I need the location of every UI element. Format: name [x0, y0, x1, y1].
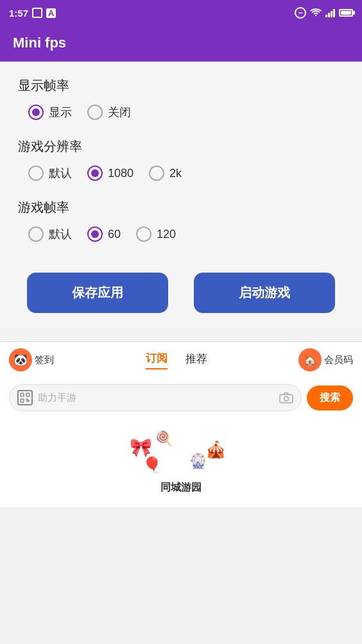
radio-show[interactable]: 显示: [28, 105, 72, 120]
radio-fps-60-inner: [91, 230, 99, 238]
svg-rect-1: [26, 393, 30, 396]
svg-rect-3: [280, 394, 293, 403]
status-bar: 1:57 A: [0, 0, 362, 26]
radio-res-default-outer: [28, 165, 44, 181]
bottom-tabs: 订阅 推荐: [54, 351, 298, 369]
radio-show-outer: [28, 105, 44, 120]
radio-res-1080-label: 1080: [108, 167, 134, 180]
svg-rect-2: [21, 399, 24, 402]
bottom-promo: 🎀 🍭 🎪 🎈 🎡 同城游园: [0, 418, 362, 507]
search-placeholder: 助力手游: [38, 392, 274, 404]
radio-resolution-2k[interactable]: 2k: [149, 165, 182, 181]
radio-fps-default-outer: [28, 226, 44, 242]
member-icon: 🏠: [298, 348, 322, 371]
scan-icon[interactable]: [17, 390, 33, 405]
radio-fps-60[interactable]: 60: [87, 226, 121, 242]
radio-res-2k-label: 2k: [169, 167, 182, 180]
game-resolution-label: 游戏分辨率: [18, 138, 344, 155]
radio-fps-120-label: 120: [157, 228, 176, 241]
game-fps-label: 游戏帧率: [18, 199, 344, 216]
signal-icon: [325, 8, 335, 17]
wifi-icon: [310, 8, 322, 17]
camera-icon[interactable]: [279, 392, 293, 403]
tab-subscribe[interactable]: 订阅: [146, 351, 168, 369]
status-right: [295, 7, 353, 19]
section-display-fps: 显示帧率 显示 关闭: [18, 77, 344, 120]
bottom-bar: 🐼 签到 订阅 推荐 🏠 会员码: [0, 341, 362, 378]
radio-res-2k-outer: [149, 165, 164, 181]
radio-res-1080-inner: [91, 169, 99, 177]
checkin-label: 签到: [35, 354, 54, 366]
radio-close[interactable]: 关闭: [87, 105, 131, 120]
accessibility-icon: A: [46, 8, 56, 18]
display-fps-label: 显示帧率: [18, 77, 344, 94]
section-game-resolution: 游戏分辨率 默认 1080 2k: [18, 138, 344, 181]
radio-show-inner: [32, 108, 40, 116]
checkin-area[interactable]: 🐼 签到: [9, 348, 54, 371]
radio-close-label: 关闭: [108, 105, 131, 120]
member-label: 会员码: [324, 354, 353, 366]
search-button[interactable]: 搜索: [307, 386, 353, 411]
radio-fps-default[interactable]: 默认: [28, 226, 72, 242]
radio-res-default-label: 默认: [49, 165, 72, 181]
buttons-row: 保存应用 启动游戏: [18, 260, 344, 313]
checkin-icon: 🐼: [9, 348, 32, 371]
search-input-wrap: 助力手游: [9, 384, 302, 411]
display-fps-radio-group: 显示 关闭: [18, 105, 344, 120]
game-resolution-radio-group: 默认 1080 2k: [18, 165, 344, 181]
radio-fps-60-label: 60: [108, 228, 121, 241]
radio-res-1080-outer: [87, 165, 103, 181]
status-time: 1:57: [9, 8, 28, 19]
app-title: Mini fps: [13, 35, 66, 51]
do-not-disturb-icon: [295, 7, 306, 19]
radio-fps-120-outer: [136, 226, 151, 242]
member-area[interactable]: 🏠 会员码: [298, 348, 353, 371]
notification-icon: [32, 8, 42, 18]
save-button[interactable]: 保存应用: [27, 273, 168, 313]
promo-text: 同城游园: [160, 481, 202, 495]
start-button[interactable]: 启动游戏: [194, 273, 335, 313]
search-bar: 助力手游 搜索: [0, 378, 362, 418]
section-game-fps: 游戏帧率 默认 60 120: [18, 199, 344, 242]
svg-point-4: [284, 396, 289, 401]
radio-fps-60-outer: [87, 226, 103, 242]
radio-show-label: 显示: [49, 105, 72, 120]
svg-rect-0: [21, 393, 24, 396]
game-fps-radio-group: 默认 60 120: [18, 226, 344, 242]
radio-resolution-default[interactable]: 默认: [28, 165, 72, 181]
main-content: 显示帧率 显示 关闭 游戏分辨率 默认: [0, 62, 362, 328]
tab-recommend[interactable]: 推荐: [185, 352, 207, 369]
radio-fps-default-label: 默认: [49, 226, 72, 242]
radio-fps-120[interactable]: 120: [136, 226, 176, 242]
promo-graphic: 🎀 🍭 🎪 🎈 🎡 同城游园: [123, 430, 239, 495]
app-header: Mini fps: [0, 26, 362, 62]
battery-icon: [339, 9, 353, 17]
radio-close-outer: [87, 105, 103, 120]
radio-resolution-1080[interactable]: 1080: [87, 165, 134, 181]
status-left: 1:57 A: [9, 8, 56, 19]
